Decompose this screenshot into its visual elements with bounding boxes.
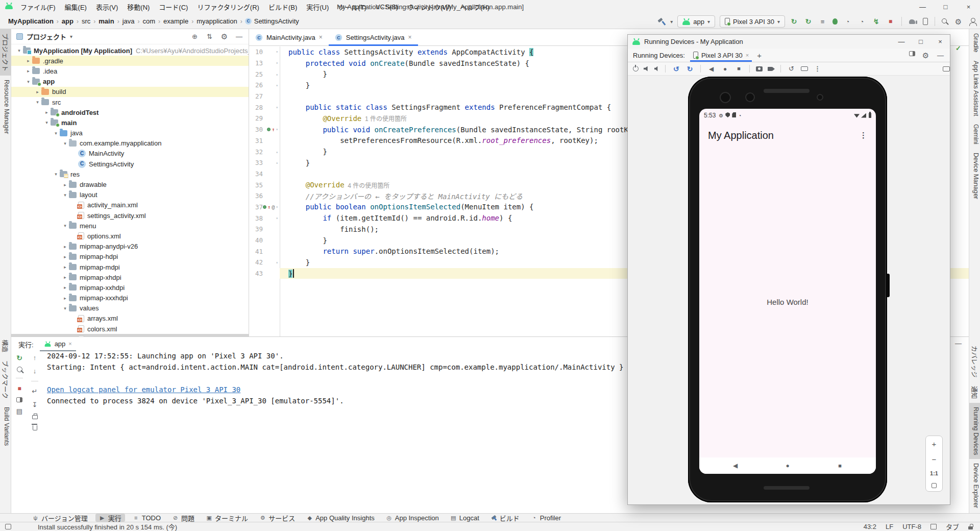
tree-row[interactable]: ▾layout bbox=[11, 190, 249, 200]
override-marker-icon[interactable] bbox=[263, 205, 266, 209]
menu-item[interactable]: リファクタリング(R) bbox=[192, 2, 264, 12]
tool-window-button-実行[interactable]: ▶実行 bbox=[95, 514, 125, 522]
volume-down-icon[interactable] bbox=[654, 66, 659, 71]
tree-chevron-icon[interactable]: ▸ bbox=[61, 285, 69, 290]
tree-row[interactable]: ▸build bbox=[11, 87, 249, 97]
tree-row[interactable]: CSettingsActivity bbox=[11, 159, 249, 169]
volume-up-icon[interactable] bbox=[644, 66, 649, 71]
line-number[interactable]: 26 bbox=[249, 81, 263, 89]
inspections-ok-icon[interactable]: ✓ bbox=[955, 44, 961, 52]
overflow-menu-icon[interactable]: ⋮ bbox=[860, 131, 867, 140]
close-window-icon[interactable]: × bbox=[957, 0, 980, 14]
tree-row[interactable]: ▾app bbox=[11, 77, 249, 87]
rotate-left-icon[interactable]: ↺ bbox=[672, 64, 680, 73]
back-icon[interactable]: ◀ bbox=[707, 64, 716, 73]
print-icon[interactable] bbox=[32, 415, 38, 419]
tool-window-button-Logcat[interactable]: ▤Logcat bbox=[447, 514, 483, 522]
tree-row[interactable]: ▸.gradle bbox=[11, 56, 249, 66]
line-number[interactable]: 36 bbox=[249, 192, 263, 200]
line-number[interactable]: 28 bbox=[249, 104, 263, 111]
tool-strip-item-Gradle[interactable]: Gradle bbox=[969, 29, 980, 57]
tool-window-button-ターミナル[interactable]: ▣ターミナル bbox=[202, 514, 252, 522]
line-number[interactable]: 35 bbox=[249, 181, 263, 189]
tool-strip-item-Build Variants[interactable]: Build Variants bbox=[0, 403, 11, 450]
tree-row[interactable]: CMainActivity bbox=[11, 149, 249, 159]
menu-item[interactable]: 移動(N) bbox=[122, 2, 154, 12]
breadcrumb-item[interactable]: src bbox=[81, 17, 91, 25]
gear-icon[interactable]: ⚙ bbox=[921, 51, 930, 60]
maximize-window-icon[interactable]: □ bbox=[934, 0, 957, 14]
line-number[interactable]: 25 bbox=[249, 70, 263, 78]
menu-item[interactable]: 実行(U) bbox=[302, 2, 333, 12]
tool-window-button-Profiler[interactable]: ◔Profiler bbox=[527, 514, 565, 522]
tree-chevron-icon[interactable]: ▾ bbox=[34, 100, 41, 105]
tree-row[interactable]: ▾main bbox=[11, 117, 249, 128]
record-icon[interactable] bbox=[768, 67, 772, 71]
close-icon[interactable]: × bbox=[319, 34, 323, 41]
breadcrumb-item[interactable]: java bbox=[121, 17, 136, 25]
close-icon[interactable]: × bbox=[746, 52, 749, 58]
tree-chevron-icon[interactable]: ▾ bbox=[61, 141, 69, 146]
line-number[interactable]: 41 bbox=[249, 248, 263, 255]
avatar-icon[interactable] bbox=[968, 17, 977, 26]
tool-window-button-App Quality Insights[interactable]: ◆App Quality Insights bbox=[303, 514, 378, 522]
clear-icon[interactable] bbox=[33, 425, 37, 430]
tree-row[interactable]: ▸mipmap-hdpi bbox=[11, 252, 249, 262]
device-select[interactable]: Pixel 3 API 30 ▾ bbox=[720, 15, 785, 28]
settings-icon[interactable]: ⚙ bbox=[220, 32, 229, 41]
tree-row[interactable]: ▸mipmap-anydpi-v26 bbox=[11, 242, 249, 252]
encoding-widget[interactable]: UTF-8 bbox=[902, 523, 921, 530]
tree-row[interactable]: ▸drawable bbox=[11, 179, 249, 189]
console-tab-app[interactable]: app × bbox=[40, 337, 76, 351]
indent-icon[interactable] bbox=[930, 524, 937, 529]
menu-item[interactable]: ファイル(F) bbox=[16, 2, 60, 12]
fold-icon[interactable]: ▾ bbox=[276, 127, 278, 132]
tree-chevron-icon[interactable]: ▸ bbox=[61, 244, 69, 249]
tree-chevron-icon[interactable]: ▸ bbox=[61, 264, 69, 270]
fold-icon[interactable]: ▴ bbox=[276, 72, 278, 77]
tree-row[interactable]: ▸mipmap-xhdpi bbox=[11, 272, 249, 282]
editor-tab-MainActivity.java[interactable]: CMainActivity.java× bbox=[249, 29, 329, 45]
readonly-lock-icon[interactable] bbox=[968, 526, 973, 529]
line-number[interactable]: 32 bbox=[249, 148, 263, 156]
line-number[interactable]: 30 bbox=[249, 126, 263, 133]
wrench-icon[interactable] bbox=[17, 367, 22, 372]
tree-chevron-icon[interactable]: ▾ bbox=[52, 172, 60, 177]
locate-icon[interactable]: ⊕ bbox=[190, 32, 199, 41]
fold-icon[interactable]: ▾ bbox=[276, 105, 278, 110]
tree-row[interactable]: ▸mipmap-xxhdpi bbox=[11, 282, 249, 293]
fold-icon[interactable]: ▴ bbox=[276, 260, 278, 264]
tree-chevron-icon[interactable]: ▾ bbox=[15, 48, 23, 53]
indent-widget[interactable]: タブ bbox=[946, 522, 959, 531]
history-icon[interactable]: ▤ bbox=[15, 407, 24, 416]
close-icon[interactable]: × bbox=[68, 341, 71, 347]
tool-window-button-サービス[interactable]: ⚙サービス bbox=[256, 514, 299, 522]
annotation-marker-icon[interactable]: @ bbox=[272, 204, 275, 210]
line-number[interactable]: 42 bbox=[249, 258, 263, 266]
fold-icon[interactable]: ▴ bbox=[276, 150, 278, 154]
overview-icon[interactable]: ■ bbox=[734, 64, 743, 73]
add-device-tab-button[interactable]: + bbox=[757, 51, 762, 60]
tree-row[interactable]: options.xml bbox=[11, 231, 249, 241]
tree-row[interactable]: ▾values bbox=[11, 303, 249, 313]
console-minimize-icon[interactable]: — bbox=[955, 340, 962, 347]
line-number[interactable]: 31 bbox=[249, 137, 263, 144]
fold-icon[interactable]: ▾ bbox=[276, 61, 278, 65]
menu-item[interactable]: 表示(V) bbox=[91, 2, 122, 12]
minimize-window-icon[interactable]: — bbox=[892, 35, 911, 49]
nav-overview-icon[interactable]: ■ bbox=[836, 462, 844, 470]
up-icon[interactable]: ↑ bbox=[31, 353, 39, 362]
tool-strip-item-ブックマーク[interactable]: ブックマーク bbox=[0, 356, 11, 403]
tree-row[interactable]: activity_main.xml bbox=[11, 200, 249, 210]
running-devices-title-bar[interactable]: Running Devices - My Application — □ × bbox=[628, 35, 950, 49]
rotate-right-icon[interactable]: ↻ bbox=[685, 64, 694, 73]
apply-changes-icon[interactable]: ↯ bbox=[872, 17, 880, 26]
tree-chevron-icon[interactable]: ▸ bbox=[24, 58, 32, 63]
line-number[interactable]: 43 bbox=[249, 270, 263, 277]
tree-chevron-icon[interactable]: ▸ bbox=[61, 296, 69, 301]
screenshot-icon[interactable] bbox=[756, 66, 763, 71]
breadcrumb-item[interactable]: MyApplication bbox=[7, 17, 55, 25]
layout-icon[interactable] bbox=[16, 397, 22, 402]
hide-icon[interactable]: — bbox=[235, 32, 243, 41]
tree-chevron-icon[interactable]: ▸ bbox=[61, 182, 69, 187]
